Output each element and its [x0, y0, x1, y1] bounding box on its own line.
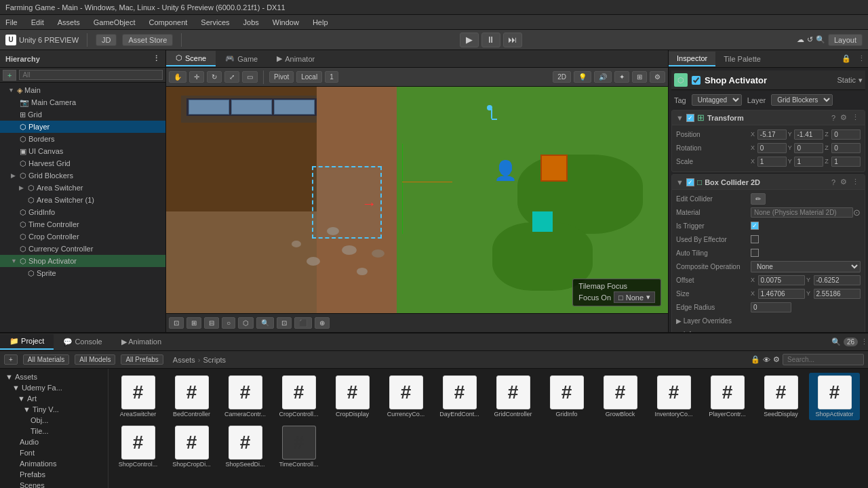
proj-item-obj[interactable]: Obj...: [3, 415, 105, 426]
tag-dropdown[interactable]: Untagged: [692, 94, 742, 106]
hierarchy-search-input[interactable]: [19, 70, 163, 80]
search-icon[interactable]: 🔍: [816, 35, 825, 44]
tree-item-cropcontroller[interactable]: ⬡ Crop Controller: [0, 230, 165, 243]
bc1-enabled-checkbox[interactable]: ✓: [686, 178, 694, 186]
static-dropdown-arrow[interactable]: ▾: [859, 76, 863, 85]
bc1-effector-checkbox[interactable]: [751, 235, 759, 243]
rotation-z-input[interactable]: [831, 143, 861, 153]
menu-jobs[interactable]: Jobs: [241, 17, 262, 28]
grid-toggle[interactable]: ⊞: [632, 71, 647, 83]
file-item-playercontr[interactable]: PlayerContr...: [702, 373, 753, 420]
scene-bottom-btn4[interactable]: ○: [222, 317, 235, 329]
bc1-edge-input[interactable]: [751, 302, 791, 312]
box-collider-1-header[interactable]: ▼ ✓ □ Box Collider 2D ? ⚙ ⋮: [672, 175, 865, 190]
file-item-cropcontroll[interactable]: CropControll...: [273, 373, 324, 420]
menu-gameobject[interactable]: GameObject: [91, 17, 138, 28]
proj-item-art[interactable]: ▼ Art: [3, 393, 105, 404]
menu-assets[interactable]: Assets: [55, 17, 83, 28]
2d-toggle[interactable]: 2D: [553, 71, 571, 83]
breadcrumb-scripts[interactable]: Scripts: [203, 356, 226, 364]
menu-window[interactable]: Window: [270, 17, 302, 28]
scene-bottom-btn3[interactable]: ⊟: [204, 317, 219, 329]
file-item-timecontroll[interactable]: TimeControll...: [273, 423, 324, 470]
all-prefabs-button[interactable]: All Prefabs: [121, 354, 163, 365]
pause-button[interactable]: ⏸: [481, 33, 500, 47]
proj-item-audio[interactable]: Audio: [3, 436, 105, 447]
lock-icon-bottom[interactable]: 🔒: [751, 355, 760, 364]
position-x-input[interactable]: [757, 129, 787, 140]
scene-bottom-btn1[interactable]: ⊡: [169, 317, 184, 329]
bc1-trigger-checkbox[interactable]: ✓: [751, 222, 759, 230]
rotation-y-input[interactable]: [794, 143, 823, 153]
all-materials-button[interactable]: All Materials: [23, 354, 69, 365]
step-button[interactable]: ⏭: [503, 33, 522, 47]
bottom-tab-console[interactable]: 💬 Console: [54, 335, 111, 349]
inspector-lock-icon[interactable]: 🔒: [837, 54, 855, 63]
files-search-input[interactable]: [783, 354, 864, 365]
proj-item-tile[interactable]: Tile...: [3, 426, 105, 436]
tree-item-main[interactable]: ▼ ◈ Main: [0, 84, 165, 96]
transform-header[interactable]: ▼ ✓ ⊞ Transform ? ⚙ ⋮: [672, 110, 865, 125]
hierarchy-add-button[interactable]: +: [3, 70, 16, 81]
inspector-tab-tilepalette[interactable]: Tile Palette: [715, 52, 769, 66]
tree-item-currencycontroller[interactable]: ⬡ Currency Controller: [0, 243, 165, 255]
play-button[interactable]: ▶: [460, 33, 479, 47]
position-z-input[interactable]: [831, 129, 861, 140]
bc1-offset-y-input[interactable]: [814, 275, 861, 285]
proj-item-assets[interactable]: ▼ Assets: [3, 371, 105, 382]
bc1-size-x-input[interactable]: [758, 289, 805, 299]
rotation-x-input[interactable]: [757, 143, 787, 153]
file-item-cameracontr[interactable]: CameraContr...: [220, 373, 271, 420]
tree-item-sprite[interactable]: ⬡ Sprite: [0, 267, 165, 279]
tree-item-maincamera[interactable]: 📷 Main Camera: [0, 96, 165, 108]
tree-item-areaswitcher[interactable]: ▶ ⬡ Area Switcher: [0, 182, 165, 194]
tree-item-borders[interactable]: ⬡ Borders: [0, 133, 165, 145]
file-item-gridcontroller[interactable]: GridController: [488, 373, 538, 420]
scene-view[interactable]: → 👤 Tilemap Focus Focus On: [166, 87, 668, 313]
fx-toggle[interactable]: ✦: [614, 71, 629, 83]
scene-tab-game[interactable]: 🎮 Game: [216, 52, 267, 66]
scale-y-input[interactable]: [794, 157, 823, 167]
tree-item-timecontroller[interactable]: ⬡ Time Controller: [0, 218, 165, 230]
tree-item-harvestgrid[interactable]: ⬡ Harvest Grid: [0, 157, 165, 169]
focus-none-dropdown[interactable]: □ None ▾: [614, 291, 655, 303]
tree-item-uicanvas[interactable]: ▣ UI Canvas: [0, 145, 165, 157]
rotate-tool[interactable]: ↻: [207, 71, 222, 83]
transform-more-icon[interactable]: ⋮: [850, 113, 861, 123]
menu-help[interactable]: Help: [310, 17, 331, 28]
bc1-settings-icon[interactable]: ⚙: [839, 177, 848, 187]
file-item-shopcropdi[interactable]: ShopCropDi...: [166, 423, 217, 470]
project-add-button[interactable]: +: [4, 354, 18, 365]
menu-file[interactable]: File: [3, 17, 20, 28]
file-item-shopseeddi[interactable]: ShopSeedDi...: [220, 423, 271, 470]
bc1-autotiling-checkbox[interactable]: [751, 249, 759, 257]
inspector-more-icon[interactable]: ⋮: [855, 54, 868, 63]
rect-tool[interactable]: ▭: [242, 71, 258, 83]
scene-bottom-btn9[interactable]: ⊕: [315, 317, 330, 329]
object-name[interactable]: Shop Activator: [705, 75, 833, 85]
asset-store-button[interactable]: Asset Store: [122, 34, 173, 46]
bottom-tab-project[interactable]: 📁 Project: [0, 334, 54, 350]
audio-toggle[interactable]: 🔊: [594, 71, 612, 83]
breadcrumb-assets[interactable]: Assets: [173, 356, 195, 364]
scale-tool[interactable]: ⤢: [224, 71, 239, 83]
tree-item-grid[interactable]: ⊞ Grid: [0, 108, 165, 121]
position-y-input[interactable]: [794, 129, 823, 140]
bc1-offset-x-input[interactable]: [758, 275, 805, 285]
inspector-tab-inspector[interactable]: Inspector: [669, 52, 715, 66]
scene-bottom-btn5[interactable]: ⬡: [238, 317, 254, 329]
bc1-more-icon[interactable]: ⋮: [850, 177, 861, 187]
bc1-edit-button[interactable]: ✏: [751, 193, 766, 205]
hand-tool[interactable]: ✋: [169, 71, 186, 83]
file-item-bedcontroller[interactable]: BedController: [166, 373, 217, 420]
scale-z-input[interactable]: [831, 157, 861, 167]
transform-enabled-checkbox[interactable]: ✓: [686, 114, 694, 122]
menu-edit[interactable]: Edit: [28, 17, 47, 28]
scene-tab-scene[interactable]: ⬡ Scene: [166, 51, 216, 66]
menu-services[interactable]: Services: [198, 17, 232, 28]
search-icon-bottom[interactable]: 🔍: [831, 338, 841, 346]
layout-button[interactable]: Layout: [828, 34, 863, 46]
hierarchy-menu-icon[interactable]: ⋮: [153, 54, 160, 63]
local-button[interactable]: Local: [296, 71, 322, 83]
eye-icon-bottom[interactable]: 👁: [763, 356, 770, 364]
